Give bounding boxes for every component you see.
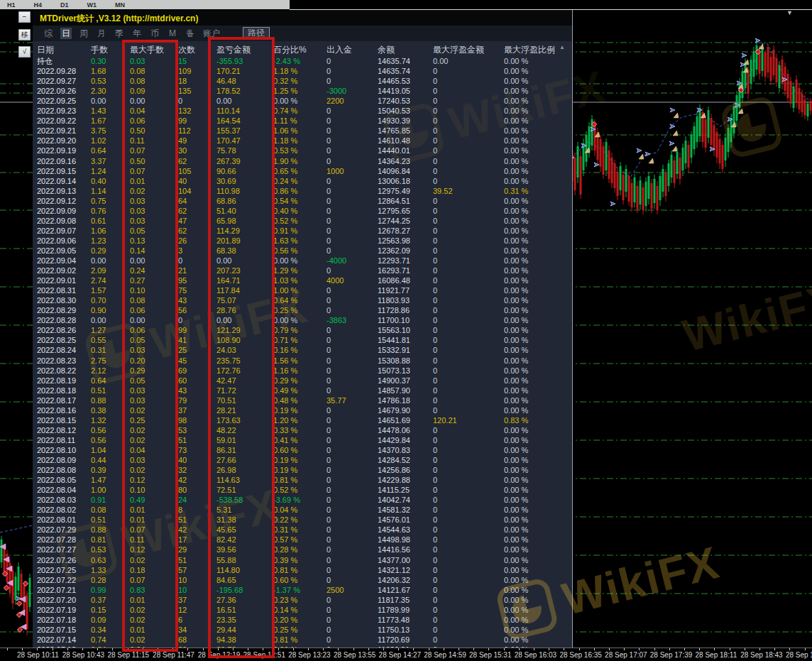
table-row[interactable]: 2022.08.051.470.1242114.630.81 %014229.8… (37, 475, 566, 485)
cell: 0 (433, 66, 504, 76)
cell: 0 (327, 635, 378, 645)
table-row[interactable]: 2022.09.262.300.09135178.521.25 %-300014… (37, 86, 566, 96)
cell: 0.00 % (504, 126, 566, 136)
table-scroll-up-icon[interactable]: ▲ (559, 44, 569, 50)
column-header-7[interactable]: 余额 (378, 44, 433, 56)
chart-scroll-down-icon[interactable]: ▼ (786, 9, 793, 16)
table-row[interactable]: 2022.07.290.880.074245.650.31 %014544.63… (37, 525, 566, 535)
table-row[interactable]: 2022.08.170.880.037970.510.48 %35.771478… (37, 395, 566, 405)
table-row[interactable]: 2022.09.250.000.0000.000.00 %220017240.5… (37, 96, 566, 106)
table-row[interactable]: 2022.08.041.000.108072.510.52 %014115.25… (37, 485, 566, 495)
table-row[interactable]: 2022.09.050.290.14368.380.56 %012362.090… (37, 246, 566, 256)
cell: 1.20 % (273, 415, 327, 425)
menu-item-2[interactable]: 周 (78, 28, 89, 39)
table-row[interactable]: 2022.09.213.750.50112155.371.06 %014765.… (37, 126, 566, 136)
table-row[interactable]: 2022.09.190.640.073075.780.53 %014440.01… (37, 146, 566, 155)
table-row[interactable]: 2022.08.120.560.025348.220.33 %014478.06… (37, 425, 566, 435)
table-row[interactable]: 2022.09.231.430.04132110.140.74 %015040.… (37, 106, 566, 116)
table-row[interactable]: 2022.07.251.330.1857114.800.81 %014321.1… (37, 565, 566, 575)
cell: 0.00 % (504, 96, 566, 106)
menu-item-1[interactable]: 日 (60, 28, 72, 39)
table-row[interactable]: 2022.08.151.320.2598173.631.20 %014651.6… (37, 415, 566, 425)
time-axis-label: 28 Sep 14:59 (424, 651, 466, 659)
column-header-5[interactable]: 百分比% (273, 44, 327, 56)
cell: -2.43 % (273, 56, 327, 66)
table-row[interactable]: 2022.09.080.610.034765.980.52 %012744.25… (37, 216, 566, 226)
column-header-0[interactable]: 日期 (37, 44, 91, 56)
table-row[interactable]: 2022.09.071.060.0562114.290.91 %012678.2… (37, 226, 566, 236)
table-row[interactable]: 2022.08.160.380.023728.210.19 %014679.90… (37, 405, 566, 415)
table-row[interactable]: 2022.08.101.040.047386.310.60 %014370.83… (37, 445, 566, 455)
menu-item-7[interactable]: M (167, 28, 178, 39)
menu-item-5[interactable]: 年 (131, 28, 143, 39)
cell: 0 (433, 435, 504, 445)
cell: 0 (433, 285, 504, 295)
cell: 1.56 % (273, 356, 327, 366)
check-button[interactable]: √ (18, 46, 31, 58)
table-row[interactable]: 2022.07.180.090.02623.350.20 %011773.480… (37, 615, 566, 625)
table-row[interactable]: 2022.08.280.000.0000.000.00 %-386311700.… (37, 315, 566, 325)
table-row[interactable]: 2022.08.080.390.023226.980.19 %014256.86… (37, 465, 566, 475)
cell: 120.21 (433, 415, 504, 425)
table-row[interactable]: 2022.08.180.510.034371.720.49 %014857.90… (37, 386, 566, 395)
minimize-button[interactable]: − (18, 11, 31, 23)
table-row[interactable]: 2022.09.040.000.0000.000.00 %-400012293.… (37, 256, 566, 266)
table-row[interactable]: 2022.08.020.080.0185.310.04 %014581.3200… (37, 505, 566, 515)
timeframe-button-h4[interactable]: H4 (34, 1, 43, 9)
table-row[interactable]: 2022.07.140.740.026894.380.81 %011720.69… (37, 635, 566, 645)
table-row[interactable]: 2022.08.222.120.2969172.761.16 %015073.1… (37, 366, 566, 376)
timeframe-button-w1[interactable]: W1 (87, 1, 97, 9)
table-row[interactable]: 2022.07.280.810.111782.420.57 %014498.98… (37, 535, 566, 545)
table-row[interactable]: 2022.08.190.640.056042.470.29 %014900.37… (37, 376, 566, 386)
table-row[interactable]: 2022.09.151.240.0710590.660.65 %10001409… (37, 166, 566, 176)
table-row[interactable]: 2022.09.090.760.036251.400.40 %012795.65… (37, 206, 566, 216)
table-row[interactable]: 2022.09.012.740.2795164.711.03 %40001608… (37, 275, 566, 285)
table-row[interactable]: 2022.09.022.090.2421207.231.29 %016293.7… (37, 266, 566, 275)
column-header-9[interactable]: 最大浮盈比例 (504, 44, 566, 56)
table-row[interactable]: 2022.08.010.510.015131.380.22 %014576.01… (37, 515, 566, 525)
table-row[interactable]: 持仓0.300.0315-355.93-2.43 %014635.740.000… (37, 56, 566, 66)
table-row[interactable]: 2022.08.311.570.1075117.841.00 %011921.7… (37, 285, 566, 295)
table-row[interactable]: 2022.09.131.140.02104110.980.86 %012975.… (37, 186, 566, 196)
cell: 0 (433, 615, 504, 625)
table-row[interactable]: 2022.09.120.750.036468.860.54 %012864.51… (37, 196, 566, 206)
column-header-6[interactable]: 出入金 (327, 44, 378, 56)
table-row[interactable]: 2022.08.290.900.065628.760.25 %011728.86… (37, 305, 566, 315)
table-row[interactable]: 2022.09.163.370.5062267.391.90 %014364.2… (37, 156, 566, 166)
menu-item-8[interactable]: 备 (185, 28, 196, 39)
table-row[interactable]: 2022.09.270.530.081846.480.32 %014465.53… (37, 76, 566, 86)
table-row[interactable]: 2022.08.030.910.4924-538.58-3.69 %014042… (37, 495, 566, 505)
table-row[interactable]: 2022.08.300.700.084375.070.64 %011803.93… (37, 295, 566, 305)
table-row[interactable]: 2022.07.190.150.021216.510.14 %011789.99… (37, 605, 566, 615)
menu-item-4[interactable]: 季 (114, 28, 125, 39)
table-row[interactable]: 2022.08.261.270.0699121.290.79 %015563.1… (37, 325, 566, 335)
timeframe-button-h1[interactable]: H1 (7, 1, 16, 9)
cell: 0 (327, 495, 378, 505)
table-row[interactable]: 2022.09.281.680.08109170.211.18 %014635.… (37, 66, 566, 76)
table-row[interactable]: 2022.08.240.310.032524.030.16 %015332.91… (37, 345, 566, 355)
table-row[interactable]: 2022.07.220.280.071084.650.60 %014206.32… (37, 575, 566, 585)
table-row[interactable]: 2022.08.110.560.025159.010.41 %014429.84… (37, 435, 566, 445)
table-row[interactable]: 2022.09.221.670.0699164.541.11 %014930.3… (37, 116, 566, 126)
table-row[interactable]: 2022.07.210.990.8310-195.68-1.37 %250014… (37, 585, 566, 595)
table-row[interactable]: 2022.09.061.230.1326201.891.63 %012563.9… (37, 236, 566, 246)
menu-item-6[interactable]: 币 (149, 28, 160, 39)
table-row[interactable]: 2022.07.270.530.122939.560.28 %014416.56… (37, 545, 566, 555)
table-row[interactable]: 2022.09.201.020.1149170.471.18 %014610.4… (37, 136, 566, 146)
table-row[interactable]: 2022.09.140.400.014030.690.24 %013006.18… (37, 176, 566, 186)
table-row[interactable]: 2022.08.250.550.0541108.900.71 %015441.8… (37, 335, 566, 345)
cell: 1000 (327, 166, 378, 176)
table-row[interactable]: 2022.07.260.630.025155.880.39 %014377.00… (37, 555, 566, 565)
menu-item-3[interactable]: 月 (96, 28, 107, 39)
table-row[interactable]: 2022.08.090.440.034027.660.19 %014284.52… (37, 455, 566, 465)
timeframe-button-mn[interactable]: MN (115, 1, 125, 9)
cell: -3000 (327, 86, 378, 96)
move-button[interactable]: 移 (18, 29, 31, 40)
column-header-8[interactable]: 最大浮盈金额 (433, 44, 504, 56)
menu-item-0[interactable]: 综 (43, 28, 54, 39)
timeframe-button-d1[interactable]: D1 (60, 1, 69, 9)
cell: 14121.67 (378, 585, 433, 595)
table-row[interactable]: 2022.08.232.750.2045235.751.56 %015308.8… (37, 356, 566, 366)
table-row[interactable]: 2022.07.200.370.013727.360.23 %011817.35… (37, 595, 566, 605)
table-row[interactable]: 2022.07.150.340.013429.440.25 %011750.13… (37, 625, 566, 635)
